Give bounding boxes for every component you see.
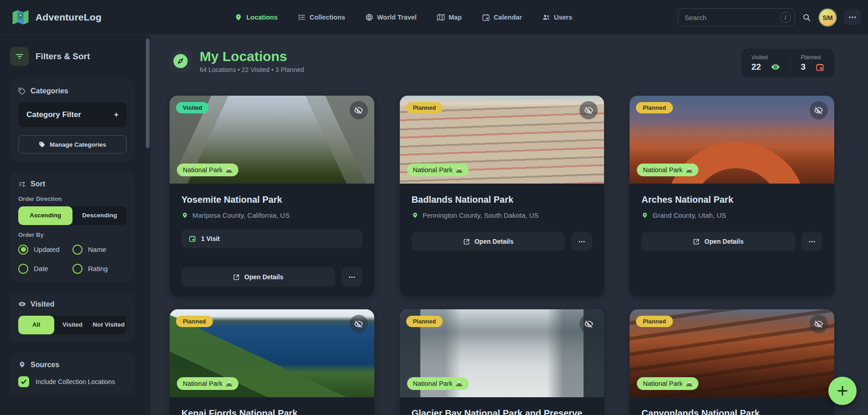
location-photo: Planned National Park bbox=[630, 96, 834, 184]
category-badge: National Park bbox=[637, 377, 698, 390]
location-region: Mariposa County, California, US bbox=[181, 211, 362, 219]
status-badge: Planned bbox=[176, 316, 213, 327]
radio-icon bbox=[72, 264, 83, 274]
open-details-button[interactable]: Open Details bbox=[181, 267, 335, 287]
order-by-label: Order By bbox=[18, 231, 127, 238]
scrollbar-thumb[interactable] bbox=[146, 39, 150, 148]
pin-icon bbox=[234, 13, 243, 21]
sidebar-title: Filters & Sort bbox=[36, 51, 90, 61]
radio-name[interactable]: Name bbox=[72, 245, 127, 255]
pin-icon bbox=[181, 212, 188, 219]
visited-visited-button[interactable]: Visited bbox=[54, 316, 90, 334]
location-card-badlands: Planned National Park Badlands National … bbox=[400, 96, 604, 297]
add-location-fab[interactable] bbox=[828, 377, 857, 405]
hide-image-button[interactable] bbox=[579, 315, 598, 333]
app-brand[interactable]: AdventureLog bbox=[12, 9, 102, 26]
hide-image-button[interactable] bbox=[810, 315, 828, 333]
include-collection-locations-checkbox[interactable]: Include Collection Locations bbox=[18, 376, 127, 387]
search-input[interactable] bbox=[685, 14, 780, 21]
eye-off-icon bbox=[584, 320, 593, 328]
sources-heading: Sources bbox=[18, 361, 127, 369]
navbar-more-button[interactable] bbox=[844, 10, 861, 25]
search-icon bbox=[802, 13, 811, 22]
visited-all-button[interactable]: All bbox=[18, 316, 54, 334]
location-card-yosemite: Visited National Park Yosemite National … bbox=[170, 96, 374, 297]
location-card-glacier-bay: Planned National Park Glacier Bay Nation… bbox=[400, 309, 604, 415]
card-more-button[interactable] bbox=[571, 232, 592, 251]
radio-date[interactable]: Date bbox=[18, 264, 72, 274]
region-label: Pennington County, South Dakota, US bbox=[423, 211, 539, 219]
sidebar-header: Filters & Sort bbox=[10, 47, 135, 66]
location-title: Yosemite National Park bbox=[181, 195, 362, 205]
main-header: My Locations 64 Locations • 22 Visited •… bbox=[170, 49, 834, 77]
mountain-icon bbox=[226, 381, 232, 386]
nav-item-map[interactable]: Map bbox=[437, 13, 462, 21]
nav-label: Users bbox=[554, 14, 572, 21]
location-photo: Planned National Park bbox=[400, 309, 604, 397]
category-badge: National Park bbox=[407, 164, 469, 176]
open-details-button[interactable]: Open Details bbox=[641, 232, 795, 251]
map-icon bbox=[437, 13, 445, 21]
direction-ascending-button[interactable]: Ascending bbox=[18, 206, 72, 225]
top-navbar: AdventureLog Locations Collections World… bbox=[0, 0, 868, 35]
nav-item-users[interactable]: Users bbox=[542, 13, 572, 21]
categories-section: Categories Category Filter + Manage Cate… bbox=[10, 79, 135, 162]
visited-not-visited-button[interactable]: Not Visited bbox=[91, 316, 127, 334]
page-subtitle: 64 Locations • 22 Visited • 3 Planned bbox=[200, 66, 304, 73]
direction-descending-button[interactable]: Descending bbox=[72, 206, 127, 225]
card-more-button[interactable] bbox=[341, 267, 362, 287]
pin-icon bbox=[412, 212, 418, 219]
pin-icon bbox=[641, 212, 648, 219]
nav-label: Locations bbox=[246, 14, 277, 21]
nav-item-calendar[interactable]: Calendar bbox=[482, 13, 522, 21]
search-button[interactable] bbox=[802, 13, 811, 22]
location-title: Glacier Bay National Park and Preserve bbox=[412, 408, 593, 415]
calendar-icon bbox=[482, 13, 490, 21]
status-badge: Planned bbox=[636, 102, 673, 113]
radio-updated[interactable]: Updated bbox=[18, 245, 72, 255]
mountain-icon bbox=[456, 381, 463, 386]
user-avatar[interactable]: SM bbox=[818, 8, 837, 27]
nav-item-collections[interactable]: Collections bbox=[298, 13, 345, 21]
main-navigation: Locations Collections World Travel Map C… bbox=[207, 13, 572, 21]
page-title: My Locations bbox=[200, 49, 304, 64]
card-more-button[interactable] bbox=[801, 232, 822, 251]
planned-stat-value: 3 bbox=[801, 62, 806, 72]
status-badge: Visited bbox=[176, 102, 209, 113]
manage-categories-button[interactable]: Manage Categories bbox=[18, 135, 127, 154]
radio-label: Name bbox=[88, 246, 106, 253]
sources-section: Sources Include Collection Locations bbox=[10, 353, 135, 395]
scrollbar-track[interactable] bbox=[145, 35, 150, 415]
locations-main: My Locations 64 Locations • 22 Visited •… bbox=[150, 35, 868, 415]
nav-label: Map bbox=[449, 14, 462, 21]
calendar-icon bbox=[189, 235, 196, 242]
hide-image-button[interactable] bbox=[810, 101, 828, 119]
hide-image-button[interactable] bbox=[579, 101, 598, 119]
location-card-arches: Planned National Park Arches National Pa… bbox=[630, 96, 834, 297]
sources-heading-label: Sources bbox=[31, 361, 59, 369]
visited-stat-value: 22 bbox=[751, 62, 761, 72]
eye-off-icon bbox=[354, 106, 363, 115]
category-filter-collapse[interactable]: Category Filter + bbox=[18, 102, 127, 127]
nav-item-locations[interactable]: Locations bbox=[234, 13, 277, 21]
location-title: Kenai Fjords National Park bbox=[181, 408, 362, 415]
radio-label: Updated bbox=[34, 246, 60, 253]
visited-segment: All Visited Not Visited bbox=[18, 316, 127, 334]
tag-icon bbox=[18, 87, 26, 95]
location-photo: Planned National Park bbox=[400, 96, 604, 184]
visited-stat-label: Visited bbox=[751, 54, 780, 61]
eye-icon bbox=[771, 62, 780, 72]
planned-stat-label: Planned bbox=[801, 54, 824, 61]
status-badge: Planned bbox=[406, 316, 443, 327]
hide-image-button[interactable] bbox=[350, 315, 368, 333]
location-card-canyonlands: Planned National Park Canyonlands Nation… bbox=[630, 309, 834, 415]
open-details-button[interactable]: Open Details bbox=[412, 232, 565, 251]
radio-rating[interactable]: Rating bbox=[72, 264, 127, 274]
category-label: National Park bbox=[643, 380, 682, 387]
region-label: Mariposa County, California, US bbox=[192, 211, 289, 219]
category-label: National Park bbox=[183, 380, 222, 387]
location-photo: Planned National Park bbox=[170, 309, 374, 397]
filter-lines-icon bbox=[15, 52, 24, 61]
hide-image-button[interactable] bbox=[350, 101, 368, 119]
nav-item-world-travel[interactable]: World Travel bbox=[365, 13, 417, 21]
